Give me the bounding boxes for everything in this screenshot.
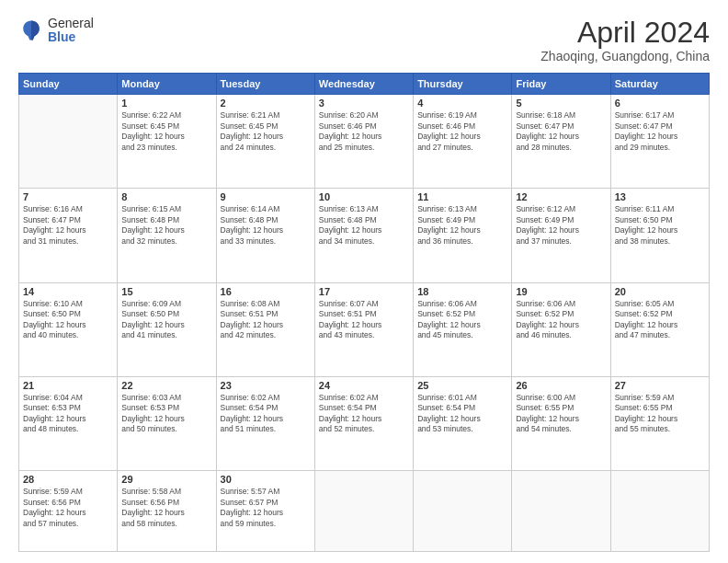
location-subtitle: Zhaoqing, Guangdong, China bbox=[540, 49, 710, 63]
calendar-day-cell: 12Sunrise: 6:12 AM Sunset: 6:49 PM Dayli… bbox=[512, 189, 610, 282]
calendar-day-cell: 13Sunrise: 6:11 AM Sunset: 6:50 PM Dayli… bbox=[610, 189, 709, 282]
logo-general: General bbox=[48, 17, 94, 30]
day-info: Sunrise: 6:16 AM Sunset: 6:47 PM Dayligh… bbox=[23, 204, 113, 247]
day-info: Sunrise: 6:06 AM Sunset: 6:52 PM Dayligh… bbox=[516, 299, 606, 341]
calendar-day-cell: 22Sunrise: 6:03 AM Sunset: 6:53 PM Dayli… bbox=[118, 376, 216, 470]
day-info: Sunrise: 6:09 AM Sunset: 6:50 PM Dayligh… bbox=[121, 299, 211, 341]
day-number: 20 bbox=[615, 286, 705, 297]
day-number: 14 bbox=[23, 286, 113, 297]
day-info: Sunrise: 6:06 AM Sunset: 6:52 PM Dayligh… bbox=[417, 299, 507, 341]
calendar-day-cell: 25Sunrise: 6:01 AM Sunset: 6:54 PM Dayli… bbox=[414, 376, 512, 470]
calendar-day-cell: 14Sunrise: 6:10 AM Sunset: 6:50 PM Dayli… bbox=[19, 282, 118, 376]
calendar-table: SundayMondayTuesdayWednesdayThursdayFrid… bbox=[18, 73, 710, 552]
calendar-day-cell: 10Sunrise: 6:13 AM Sunset: 6:48 PM Dayli… bbox=[314, 189, 413, 282]
calendar-day-cell: 18Sunrise: 6:06 AM Sunset: 6:52 PM Dayli… bbox=[414, 282, 512, 376]
day-number: 16 bbox=[221, 286, 311, 297]
day-number: 1 bbox=[121, 98, 211, 109]
calendar-day-cell: 19Sunrise: 6:06 AM Sunset: 6:52 PM Dayli… bbox=[512, 282, 610, 376]
day-info: Sunrise: 6:05 AM Sunset: 6:52 PM Dayligh… bbox=[615, 299, 705, 341]
weekday-header-wednesday: Wednesday bbox=[314, 74, 413, 95]
day-info: Sunrise: 6:19 AM Sunset: 6:46 PM Dayligh… bbox=[417, 110, 507, 153]
calendar-week-row: 7Sunrise: 6:16 AM Sunset: 6:47 PM Daylig… bbox=[19, 189, 710, 282]
weekday-header-thursday: Thursday bbox=[414, 74, 512, 95]
calendar-day-cell: 7Sunrise: 6:16 AM Sunset: 6:47 PM Daylig… bbox=[19, 189, 118, 282]
calendar-day-cell: 3Sunrise: 6:20 AM Sunset: 6:46 PM Daylig… bbox=[314, 95, 413, 189]
calendar-day-cell: 27Sunrise: 5:59 AM Sunset: 6:55 PM Dayli… bbox=[610, 376, 709, 470]
day-info: Sunrise: 6:12 AM Sunset: 6:49 PM Dayligh… bbox=[516, 204, 606, 247]
day-number: 6 bbox=[615, 98, 705, 109]
day-number: 27 bbox=[615, 380, 705, 391]
day-number: 17 bbox=[319, 286, 409, 297]
calendar-day-cell: 9Sunrise: 6:14 AM Sunset: 6:48 PM Daylig… bbox=[216, 189, 314, 282]
day-info: Sunrise: 6:18 AM Sunset: 6:47 PM Dayligh… bbox=[516, 110, 606, 153]
day-number: 4 bbox=[417, 98, 507, 109]
day-info: Sunrise: 5:59 AM Sunset: 6:56 PM Dayligh… bbox=[23, 487, 113, 529]
day-info: Sunrise: 6:22 AM Sunset: 6:45 PM Dayligh… bbox=[121, 110, 211, 153]
day-number: 12 bbox=[516, 191, 606, 202]
calendar-day-cell: 4Sunrise: 6:19 AM Sunset: 6:46 PM Daylig… bbox=[414, 95, 512, 189]
calendar-day-cell: 17Sunrise: 6:07 AM Sunset: 6:51 PM Dayli… bbox=[314, 282, 413, 376]
day-number: 21 bbox=[23, 380, 113, 391]
day-info: Sunrise: 6:00 AM Sunset: 6:55 PM Dayligh… bbox=[516, 393, 606, 435]
calendar-day-cell: 16Sunrise: 6:08 AM Sunset: 6:51 PM Dayli… bbox=[216, 282, 314, 376]
calendar-day-cell: 21Sunrise: 6:04 AM Sunset: 6:53 PM Dayli… bbox=[19, 376, 118, 470]
day-info: Sunrise: 6:01 AM Sunset: 6:54 PM Dayligh… bbox=[417, 393, 507, 435]
day-number: 23 bbox=[221, 380, 311, 391]
day-info: Sunrise: 6:08 AM Sunset: 6:51 PM Dayligh… bbox=[221, 299, 311, 341]
header: General Blue April 2024 Zhaoqing, Guangd… bbox=[18, 17, 710, 63]
day-number: 2 bbox=[221, 98, 311, 109]
day-number: 8 bbox=[121, 191, 211, 202]
day-info: Sunrise: 6:02 AM Sunset: 6:54 PM Dayligh… bbox=[319, 393, 409, 435]
weekday-header-row: SundayMondayTuesdayWednesdayThursdayFrid… bbox=[19, 74, 710, 95]
day-number: 3 bbox=[319, 98, 409, 109]
day-info: Sunrise: 6:17 AM Sunset: 6:47 PM Dayligh… bbox=[615, 110, 705, 153]
calendar-day-cell bbox=[314, 471, 413, 552]
day-info: Sunrise: 5:57 AM Sunset: 6:57 PM Dayligh… bbox=[221, 487, 311, 529]
calendar-day-cell bbox=[414, 471, 512, 552]
day-info: Sunrise: 5:58 AM Sunset: 6:56 PM Dayligh… bbox=[121, 487, 211, 529]
logo-icon bbox=[18, 17, 44, 43]
calendar-day-cell: 29Sunrise: 5:58 AM Sunset: 6:56 PM Dayli… bbox=[118, 471, 216, 552]
day-number: 19 bbox=[516, 286, 606, 297]
calendar-day-cell: 30Sunrise: 5:57 AM Sunset: 6:57 PM Dayli… bbox=[216, 471, 314, 552]
page: General Blue April 2024 Zhaoqing, Guangd… bbox=[0, 0, 728, 563]
calendar-day-cell: 26Sunrise: 6:00 AM Sunset: 6:55 PM Dayli… bbox=[512, 376, 610, 470]
calendar-day-cell: 8Sunrise: 6:15 AM Sunset: 6:48 PM Daylig… bbox=[118, 189, 216, 282]
weekday-header-friday: Friday bbox=[512, 74, 610, 95]
day-info: Sunrise: 6:20 AM Sunset: 6:46 PM Dayligh… bbox=[319, 110, 409, 153]
month-year-title: April 2024 bbox=[540, 17, 710, 49]
calendar-day-cell bbox=[512, 471, 610, 552]
calendar-day-cell bbox=[610, 471, 709, 552]
calendar-day-cell: 15Sunrise: 6:09 AM Sunset: 6:50 PM Dayli… bbox=[118, 282, 216, 376]
day-number: 13 bbox=[615, 191, 705, 202]
day-number: 10 bbox=[319, 191, 409, 202]
day-info: Sunrise: 6:13 AM Sunset: 6:48 PM Dayligh… bbox=[319, 204, 409, 247]
calendar-day-cell: 28Sunrise: 5:59 AM Sunset: 6:56 PM Dayli… bbox=[19, 471, 118, 552]
day-info: Sunrise: 6:07 AM Sunset: 6:51 PM Dayligh… bbox=[319, 299, 409, 341]
calendar-day-cell: 20Sunrise: 6:05 AM Sunset: 6:52 PM Dayli… bbox=[610, 282, 709, 376]
day-number: 25 bbox=[417, 380, 507, 391]
calendar-day-cell: 5Sunrise: 6:18 AM Sunset: 6:47 PM Daylig… bbox=[512, 95, 610, 189]
title-section: April 2024 Zhaoqing, Guangdong, China bbox=[540, 17, 710, 63]
day-number: 18 bbox=[417, 286, 507, 297]
weekday-header-sunday: Sunday bbox=[19, 74, 118, 95]
logo-blue: Blue bbox=[48, 30, 94, 44]
day-info: Sunrise: 5:59 AM Sunset: 6:55 PM Dayligh… bbox=[615, 393, 705, 435]
day-info: Sunrise: 6:21 AM Sunset: 6:45 PM Dayligh… bbox=[221, 110, 311, 153]
day-info: Sunrise: 6:11 AM Sunset: 6:50 PM Dayligh… bbox=[615, 204, 705, 247]
calendar-week-row: 28Sunrise: 5:59 AM Sunset: 6:56 PM Dayli… bbox=[19, 471, 710, 552]
day-number: 29 bbox=[121, 474, 211, 485]
weekday-header-saturday: Saturday bbox=[610, 74, 709, 95]
weekday-header-tuesday: Tuesday bbox=[216, 74, 314, 95]
day-info: Sunrise: 6:03 AM Sunset: 6:53 PM Dayligh… bbox=[121, 393, 211, 435]
calendar-day-cell bbox=[19, 95, 118, 189]
calendar-week-row: 1Sunrise: 6:22 AM Sunset: 6:45 PM Daylig… bbox=[19, 95, 710, 189]
calendar-day-cell: 11Sunrise: 6:13 AM Sunset: 6:49 PM Dayli… bbox=[414, 189, 512, 282]
weekday-header-monday: Monday bbox=[118, 74, 216, 95]
calendar-week-row: 21Sunrise: 6:04 AM Sunset: 6:53 PM Dayli… bbox=[19, 376, 710, 470]
day-info: Sunrise: 6:14 AM Sunset: 6:48 PM Dayligh… bbox=[221, 204, 311, 247]
day-number: 24 bbox=[319, 380, 409, 391]
day-number: 11 bbox=[417, 191, 507, 202]
day-info: Sunrise: 6:02 AM Sunset: 6:54 PM Dayligh… bbox=[221, 393, 311, 435]
day-info: Sunrise: 6:13 AM Sunset: 6:49 PM Dayligh… bbox=[417, 204, 507, 247]
